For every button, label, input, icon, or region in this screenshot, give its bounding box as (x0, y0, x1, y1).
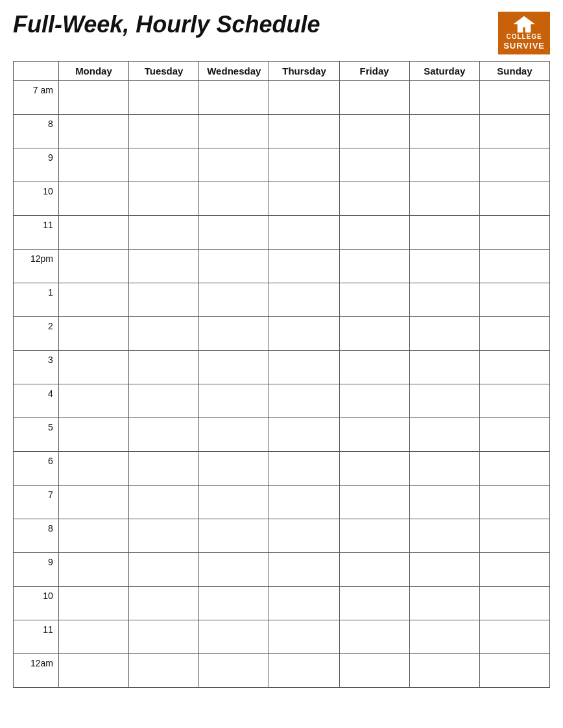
schedule-cell[interactable] (129, 620, 199, 653)
schedule-cell[interactable] (409, 80, 479, 114)
schedule-cell[interactable] (199, 350, 269, 384)
schedule-cell[interactable] (199, 316, 269, 350)
schedule-cell[interactable] (129, 653, 199, 687)
schedule-cell[interactable] (479, 519, 549, 552)
schedule-cell[interactable] (58, 653, 128, 687)
schedule-cell[interactable] (58, 417, 128, 451)
schedule-cell[interactable] (58, 451, 128, 485)
schedule-cell[interactable] (339, 519, 409, 552)
schedule-cell[interactable] (479, 485, 549, 519)
schedule-cell[interactable] (409, 586, 479, 620)
schedule-cell[interactable] (479, 80, 549, 114)
schedule-cell[interactable] (409, 384, 479, 417)
schedule-cell[interactable] (339, 384, 409, 417)
schedule-cell[interactable] (339, 417, 409, 451)
schedule-cell[interactable] (339, 80, 409, 114)
schedule-cell[interactable] (199, 586, 269, 620)
schedule-cell[interactable] (199, 283, 269, 316)
schedule-cell[interactable] (409, 653, 479, 687)
schedule-cell[interactable] (199, 114, 269, 148)
schedule-cell[interactable] (339, 620, 409, 653)
schedule-cell[interactable] (129, 485, 199, 519)
schedule-cell[interactable] (479, 620, 549, 653)
schedule-cell[interactable] (58, 485, 128, 519)
schedule-cell[interactable] (269, 350, 339, 384)
schedule-cell[interactable] (129, 384, 199, 417)
schedule-cell[interactable] (479, 148, 549, 182)
schedule-cell[interactable] (269, 215, 339, 249)
schedule-cell[interactable] (199, 417, 269, 451)
schedule-cell[interactable] (129, 283, 199, 316)
schedule-cell[interactable] (269, 283, 339, 316)
schedule-cell[interactable] (58, 80, 128, 114)
schedule-cell[interactable] (339, 485, 409, 519)
schedule-cell[interactable] (129, 182, 199, 215)
schedule-cell[interactable] (409, 114, 479, 148)
schedule-cell[interactable] (269, 182, 339, 215)
schedule-cell[interactable] (479, 114, 549, 148)
schedule-cell[interactable] (199, 80, 269, 114)
schedule-cell[interactable] (129, 552, 199, 586)
schedule-cell[interactable] (269, 485, 339, 519)
schedule-cell[interactable] (409, 620, 479, 653)
schedule-cell[interactable] (199, 182, 269, 215)
schedule-cell[interactable] (58, 384, 128, 417)
schedule-cell[interactable] (199, 215, 269, 249)
schedule-cell[interactable] (339, 552, 409, 586)
schedule-cell[interactable] (269, 552, 339, 586)
schedule-cell[interactable] (409, 485, 479, 519)
schedule-cell[interactable] (269, 586, 339, 620)
schedule-cell[interactable] (479, 384, 549, 417)
schedule-cell[interactable] (479, 182, 549, 215)
schedule-cell[interactable] (339, 215, 409, 249)
schedule-cell[interactable] (58, 519, 128, 552)
schedule-cell[interactable] (199, 451, 269, 485)
schedule-cell[interactable] (339, 114, 409, 148)
schedule-cell[interactable] (58, 249, 128, 283)
schedule-cell[interactable] (409, 283, 479, 316)
schedule-cell[interactable] (129, 519, 199, 552)
schedule-cell[interactable] (58, 148, 128, 182)
schedule-cell[interactable] (129, 316, 199, 350)
schedule-cell[interactable] (58, 586, 128, 620)
schedule-cell[interactable] (129, 417, 199, 451)
schedule-cell[interactable] (199, 148, 269, 182)
schedule-cell[interactable] (339, 182, 409, 215)
schedule-cell[interactable] (339, 148, 409, 182)
schedule-cell[interactable] (409, 552, 479, 586)
schedule-cell[interactable] (409, 519, 479, 552)
schedule-cell[interactable] (479, 316, 549, 350)
schedule-cell[interactable] (479, 215, 549, 249)
schedule-cell[interactable] (409, 182, 479, 215)
schedule-cell[interactable] (129, 114, 199, 148)
schedule-cell[interactable] (479, 552, 549, 586)
schedule-cell[interactable] (479, 586, 549, 620)
schedule-cell[interactable] (339, 316, 409, 350)
schedule-cell[interactable] (199, 519, 269, 552)
schedule-cell[interactable] (339, 586, 409, 620)
schedule-cell[interactable] (129, 350, 199, 384)
schedule-cell[interactable] (269, 519, 339, 552)
schedule-cell[interactable] (199, 485, 269, 519)
schedule-cell[interactable] (269, 316, 339, 350)
schedule-cell[interactable] (479, 350, 549, 384)
schedule-cell[interactable] (58, 316, 128, 350)
schedule-cell[interactable] (58, 114, 128, 148)
schedule-cell[interactable] (339, 249, 409, 283)
schedule-cell[interactable] (479, 249, 549, 283)
schedule-cell[interactable] (269, 417, 339, 451)
schedule-cell[interactable] (339, 283, 409, 316)
schedule-cell[interactable] (339, 653, 409, 687)
schedule-cell[interactable] (479, 417, 549, 451)
schedule-cell[interactable] (479, 451, 549, 485)
schedule-cell[interactable] (479, 653, 549, 687)
schedule-cell[interactable] (409, 148, 479, 182)
schedule-cell[interactable] (339, 350, 409, 384)
schedule-cell[interactable] (58, 283, 128, 316)
schedule-cell[interactable] (269, 653, 339, 687)
schedule-cell[interactable] (339, 451, 409, 485)
schedule-cell[interactable] (199, 249, 269, 283)
schedule-cell[interactable] (409, 417, 479, 451)
schedule-cell[interactable] (129, 80, 199, 114)
schedule-cell[interactable] (269, 451, 339, 485)
